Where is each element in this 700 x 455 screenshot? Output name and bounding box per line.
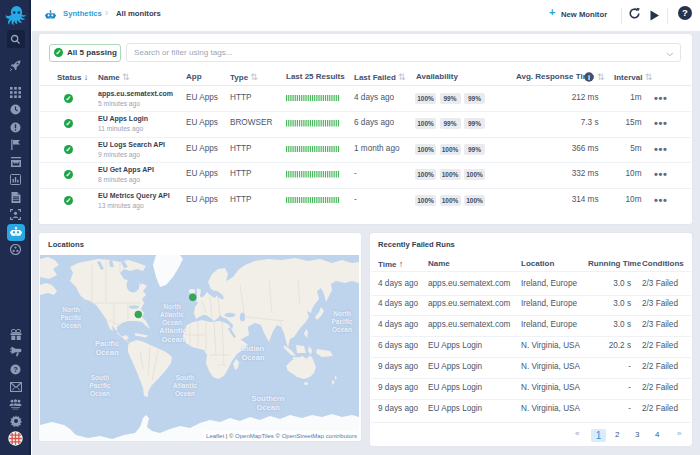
svg-text:i: i [588, 73, 590, 80]
svg-text:?: ? [13, 365, 18, 374]
